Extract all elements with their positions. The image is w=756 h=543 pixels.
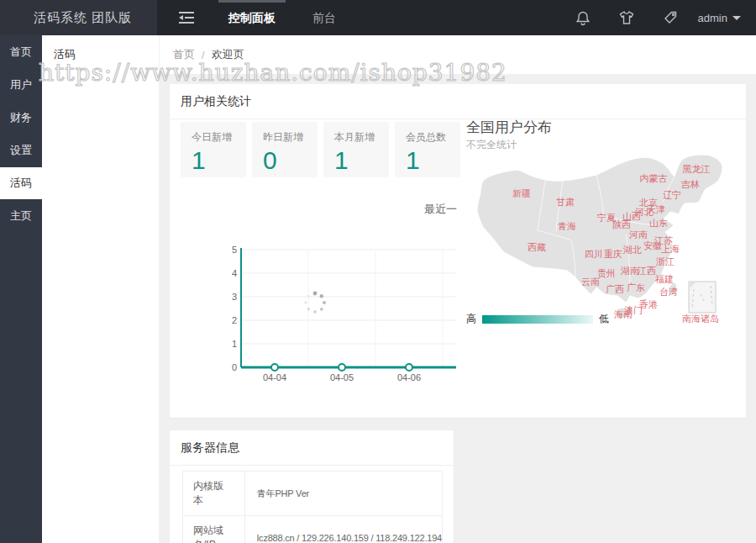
svg-text:2: 2: [232, 315, 237, 325]
loading-spinner-dot: [307, 308, 310, 310]
server-info-table: 内核版本青年PHP Ver网站域名/IPlcz888.cn / 129.226.…: [182, 471, 443, 543]
stat-value: 1: [406, 148, 460, 173]
sidebar-item-活码[interactable]: 活码: [0, 167, 42, 199]
province-label-重庆: 重庆: [604, 248, 622, 261]
server-card-title: 服务器信息: [170, 430, 454, 466]
bell-icon[interactable]: [567, 0, 599, 35]
tab-huoma[interactable]: 活码: [42, 35, 159, 74]
header-actions: admin: [567, 0, 746, 35]
legend-high-label: 高: [466, 312, 476, 326]
secondary-panel: 活码: [42, 35, 160, 543]
top-nav: 控制面板前台: [210, 0, 354, 35]
province-label-南海诸岛: 南海诸岛: [682, 313, 719, 325]
province-label-福建: 福建: [655, 273, 674, 286]
user-stats-card: 用户相关统计 今日新增1昨日新增0本月新增1会员总数1 最近一 01234504…: [170, 84, 746, 418]
map-legend: 高 低: [466, 312, 609, 326]
province-label-湖北: 湖北: [623, 244, 642, 256]
loading-spinner-dot: [323, 301, 326, 304]
data-point-04-05: [339, 364, 345, 371]
app-logo: 活码系统 团队版: [0, 0, 157, 35]
svg-text:4: 4: [232, 268, 237, 278]
south-china-sea-inset: [689, 282, 716, 313]
sidebar-item-用户[interactable]: 用户: [0, 69, 42, 101]
province-label-辽宁: 辽宁: [663, 189, 681, 202]
stat-value: 1: [192, 148, 246, 173]
table-row: 网站域名/IPlcz888.cn / 129.226.140.159 / 118…: [183, 516, 443, 543]
stat-label: 会员总数: [406, 130, 460, 145]
username: admin: [698, 12, 727, 24]
svg-text:5: 5: [232, 245, 237, 255]
province-label-江西: 江西: [638, 265, 656, 277]
data-point-04-04: [271, 364, 278, 371]
server-info-card: 服务器信息 内核版本青年PHP Ver网站域名/IPlcz888.cn / 12…: [170, 430, 454, 543]
province-label-广西: 广西: [606, 283, 624, 296]
province-label-甘肃: 甘肃: [556, 196, 575, 208]
province-label-海南: 海南: [614, 308, 633, 321]
province-label-贵州: 贵州: [597, 267, 616, 280]
sidebar-item-主页[interactable]: 主页: [0, 200, 42, 232]
svg-text:1: 1: [232, 339, 237, 349]
stat-value: 1: [334, 148, 389, 173]
breadcrumb-item[interactable]: 欢迎页: [212, 47, 244, 62]
province-label-安徽: 安徽: [643, 240, 662, 252]
province-label-云南: 云南: [581, 276, 600, 288]
province-label-新疆: 新疆: [512, 187, 531, 200]
svg-text:04-06: 04-06: [397, 372, 421, 382]
tag-icon[interactable]: [654, 0, 686, 35]
tshirt-icon[interactable]: [611, 0, 643, 35]
loading-spinner-dot: [320, 308, 323, 311]
data-point-04-06: [406, 364, 412, 371]
top-header: 活码系统 团队版 控制面板前台: [0, 0, 756, 35]
china-map-shape: [464, 150, 746, 328]
loading-spinner-dot: [307, 295, 309, 297]
loading-spinner-dot: [313, 292, 318, 296]
stat-label: 昨日新增: [263, 130, 318, 145]
province-label-上海: 上海: [661, 243, 680, 256]
province-label-西藏: 西藏: [528, 241, 546, 254]
top-nav-item-active[interactable]: 控制面板: [210, 0, 294, 35]
sidebar-item-设置[interactable]: 设置: [0, 134, 42, 166]
province-label-黑龙江: 黑龙江: [683, 163, 711, 176]
stat-cards-row: 今日新增1昨日新增0本月新增1会员总数1: [181, 122, 460, 177]
map-title: 全国用户分布: [466, 118, 552, 137]
loading-spinner-dot: [320, 294, 323, 298]
caret-down-icon: [732, 16, 741, 20]
sidebar-item-首页[interactable]: 首页: [0, 36, 42, 68]
table-row: 内核版本青年PHP Ver: [183, 472, 443, 516]
province-label-浙江: 浙江: [656, 256, 675, 268]
stat-label: 今日新增: [192, 130, 246, 145]
server-info-label: 内核版本: [183, 472, 245, 516]
top-nav-item[interactable]: 前台: [294, 0, 354, 35]
stat-card: 会员总数1: [395, 122, 460, 177]
loading-spinner-dot: [313, 310, 316, 313]
province-label-湖南: 湖南: [621, 265, 639, 277]
province-label-广东: 广东: [627, 282, 645, 294]
svg-text:0: 0: [232, 362, 237, 372]
stat-card: 今日新增1: [181, 122, 246, 177]
breadcrumb: 首页/欢迎页: [160, 35, 756, 74]
stat-label: 本月新增: [334, 130, 389, 145]
collapse-menu-icon[interactable]: [176, 10, 198, 27]
server-info-value: lcz888.cn / 129.226.140.159 / 118.249.12…: [244, 516, 442, 543]
china-user-map: 黑龙江吉林辽宁内蒙古北京天津河北山西山东宁夏陕西河南江苏安徽上海新疆甘肃青海西藏…: [464, 150, 746, 328]
legend-gradient-bar: [482, 315, 593, 324]
province-label-青海: 青海: [558, 220, 576, 233]
breadcrumb-item[interactable]: 首页: [173, 47, 195, 62]
legend-low-label: 低: [599, 312, 609, 326]
sidebar-item-财务[interactable]: 财务: [0, 102, 42, 134]
svg-text:3: 3: [232, 292, 237, 302]
user-menu[interactable]: admin: [698, 12, 746, 24]
province-label-台湾: 台湾: [659, 286, 678, 298]
province-label-四川: 四川: [585, 248, 603, 261]
new-users-line-chart: 01234504-0404-0504-06: [231, 244, 459, 387]
svg-text:04-04: 04-04: [263, 372, 286, 382]
stat-card: 昨日新增0: [252, 122, 318, 177]
province-label-内蒙古: 内蒙古: [640, 172, 668, 185]
primary-sidebar: 首页用户财务设置活码主页: [0, 35, 42, 543]
province-label-陕西: 陕西: [612, 219, 631, 231]
server-info-value: 青年PHP Ver: [244, 472, 442, 516]
stat-value: 0: [263, 148, 318, 173]
server-info-label: 网站域名/IP: [183, 516, 245, 543]
province-label-山东: 山东: [649, 217, 668, 229]
breadcrumb-separator: /: [202, 49, 205, 61]
